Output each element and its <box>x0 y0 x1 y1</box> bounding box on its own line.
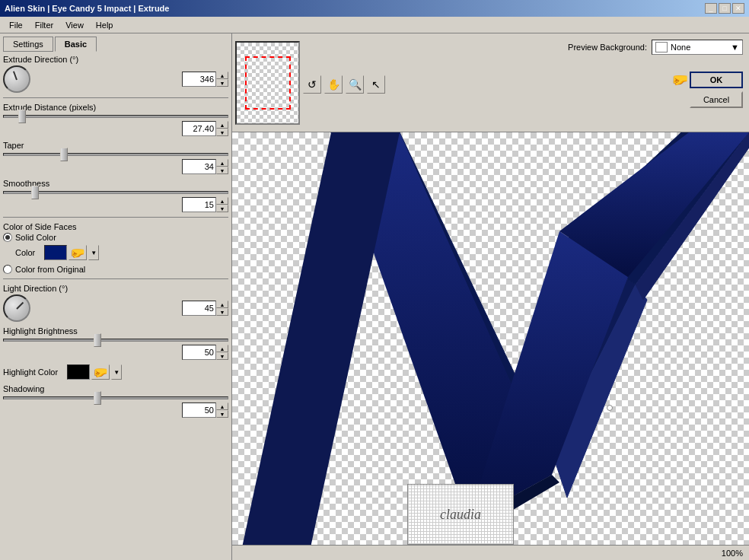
color-swatch[interactable] <box>44 245 67 260</box>
extrude-distance-thumb[interactable] <box>18 110 26 123</box>
smoothness-thumb[interactable] <box>31 186 39 199</box>
status-bar: 100% <box>232 545 749 560</box>
highlight-brightness-thumb[interactable] <box>94 333 101 347</box>
preview-thumbnail[interactable] <box>235 41 300 125</box>
minimize-button[interactable]: _ <box>705 3 717 14</box>
zoom-tool-button[interactable]: 🔍 <box>346 75 364 94</box>
ok-cancel-area: 🤛 OK Cancel <box>690 72 743 108</box>
spin-down[interactable]: ▼ <box>216 308 228 316</box>
preview-bg-label: Preview Background: <box>568 43 647 52</box>
taper-track[interactable] <box>3 153 228 156</box>
menu-view[interactable]: View <box>59 19 90 31</box>
solid-color-radio[interactable] <box>3 233 12 242</box>
menu-file[interactable]: File <box>3 19 29 31</box>
taper-thumb[interactable] <box>60 148 68 161</box>
reset-tool-button[interactable]: ↺ <box>303 75 321 94</box>
solid-color-label: Solid Color <box>15 233 56 242</box>
highlight-color-dots-button[interactable]: 🤛 <box>91 364 110 380</box>
shadowing-thumb[interactable] <box>94 391 101 405</box>
close-button[interactable]: ✕ <box>732 3 744 14</box>
zoom-icon: 🔍 <box>349 78 362 91</box>
tab-basic[interactable]: Basic <box>55 37 97 52</box>
cancel-button[interactable]: Cancel <box>690 91 743 108</box>
taper-slider-row <box>3 153 228 156</box>
taper-value-row: ▲ ▼ <box>3 159 228 174</box>
spin-down[interactable]: ▼ <box>216 79 228 87</box>
spin-up[interactable]: ▲ <box>216 159 228 167</box>
right-panel: ↺ ✋ 🔍 ↖ Preview Background: None ▼ <box>232 33 749 560</box>
shadowing-slider-row <box>3 396 228 399</box>
extrude-distance-input[interactable] <box>182 121 216 136</box>
shadowing-input[interactable] <box>182 402 216 418</box>
spin-down[interactable]: ▼ <box>216 352 228 360</box>
extrude-distance-input-group: ▲ ▼ <box>182 121 228 136</box>
select-icon: ↖ <box>371 78 381 91</box>
extrude-direction-input[interactable] <box>182 72 216 87</box>
light-direction-row: ▲ ▼ <box>3 294 228 322</box>
left-panel: Settings Basic Extrude Direction (°) ▲ ▼ <box>0 33 232 560</box>
color-dots-button[interactable]: 🤛 <box>69 245 87 260</box>
preview-thumb-border <box>245 56 291 110</box>
light-direction-label: Light Direction (°) <box>3 284 228 293</box>
light-direction-input-group: ▲ ▼ <box>182 301 228 316</box>
spin-up[interactable]: ▲ <box>216 402 228 410</box>
spin-down[interactable]: ▼ <box>216 205 228 212</box>
spin-up[interactable]: ▲ <box>216 301 228 308</box>
extrude-direction-label: Extrude Direction (°) <box>3 55 228 64</box>
spin-up[interactable]: ▲ <box>216 197 228 205</box>
extrude-direction-dial[interactable] <box>3 65 30 93</box>
taper-input-group: ▲ ▼ <box>182 159 228 174</box>
spin-down[interactable]: ▼ <box>216 129 228 136</box>
extrude-preview-svg <box>232 132 749 545</box>
color-from-original-row: Color from Original <box>3 265 228 274</box>
color-from-original-radio[interactable] <box>3 265 12 274</box>
shadowing-input-group: ▲ ▼ <box>182 402 228 418</box>
spin-down[interactable]: ▼ <box>216 167 228 174</box>
preview-bg-select[interactable]: None ▼ <box>652 40 743 55</box>
highlight-brightness-section: Highlight Brightness ▲ ▼ <box>3 326 228 360</box>
tab-settings[interactable]: Settings <box>3 37 53 52</box>
zoom-level: 100% <box>722 549 743 558</box>
highlight-brightness-value-row: ▲ ▼ <box>3 345 228 360</box>
spin-down[interactable]: ▼ <box>216 410 228 418</box>
highlight-color-swatch[interactable] <box>67 364 90 380</box>
highlight-brightness-input-group: ▲ ▼ <box>182 345 228 360</box>
extrude-distance-track[interactable] <box>3 115 228 118</box>
smoothness-input[interactable] <box>182 197 216 212</box>
highlight-color-row: Highlight Color 🤛 ▼ <box>3 364 228 380</box>
hand-tool-button[interactable]: ✋ <box>324 75 343 94</box>
spin-up[interactable]: ▲ <box>216 72 228 79</box>
menu-filter[interactable]: Filter <box>29 19 59 31</box>
extrude-direction-row: ▲ ▼ <box>3 65 228 93</box>
shadowing-track[interactable] <box>3 396 228 399</box>
menu-help[interactable]: Help <box>90 19 120 31</box>
highlight-brightness-spinner: ▲ ▼ <box>216 345 228 360</box>
preview-thumb-inner <box>237 43 298 123</box>
ok-button[interactable]: OK <box>690 72 743 88</box>
extrude-distance-section: Extrude Distance (pixels) ▲ ▼ <box>3 103 228 136</box>
highlight-brightness-input[interactable] <box>182 345 216 360</box>
ok-cursor-icon: 🤛 <box>671 72 688 88</box>
select-tool-button[interactable]: ↖ <box>367 75 385 94</box>
extrude-direction-input-group: ▲ ▼ <box>182 72 228 87</box>
divider-2 <box>3 217 228 218</box>
highlight-brightness-track[interactable] <box>3 339 228 342</box>
highlight-color-dropdown-arrow[interactable]: ▼ <box>111 364 122 380</box>
spin-up[interactable]: ▲ <box>216 121 228 129</box>
taper-input[interactable] <box>182 159 216 174</box>
light-direction-dial[interactable] <box>3 294 30 322</box>
title-bar: Alien Skin | Eye Candy 5 Impact | Extrud… <box>0 0 749 17</box>
top-toolbar: ↺ ✋ 🔍 ↖ Preview Background: None ▼ <box>232 33 749 132</box>
preview-area: claudia <box>232 132 749 545</box>
smoothness-input-group: ▲ ▼ <box>182 197 228 212</box>
spin-up[interactable]: ▲ <box>216 345 228 352</box>
extrude-distance-label: Extrude Distance (pixels) <box>3 103 228 112</box>
light-direction-input[interactable] <box>182 301 216 316</box>
smoothness-track[interactable] <box>3 191 228 194</box>
maximize-button[interactable]: □ <box>719 3 731 14</box>
smoothness-spinner: ▲ ▼ <box>216 197 228 212</box>
preview-bg-arrow: ▼ <box>731 43 739 52</box>
taper-spinner: ▲ ▼ <box>216 159 228 174</box>
color-dropdown-arrow[interactable]: ▼ <box>88 245 99 260</box>
smoothness-slider-row <box>3 191 228 194</box>
